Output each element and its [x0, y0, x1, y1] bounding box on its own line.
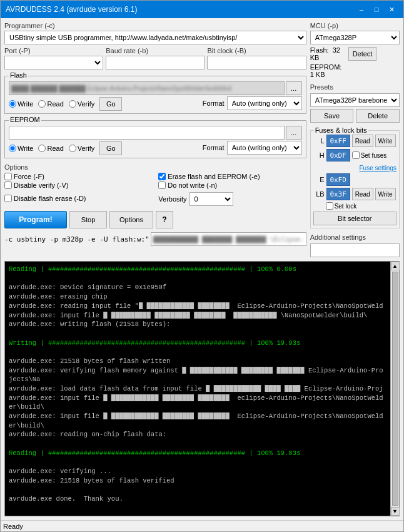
- title-bar: AVRDUDESS 2.4 (avrdude version 6.1) – □ …: [1, 1, 403, 18]
- cmd-input: ████████████ ████████ ████████ \Eclipse-: [151, 232, 306, 246]
- eeprom-format-label: Format: [203, 144, 225, 151]
- program-button[interactable]: Program!: [4, 211, 67, 228]
- flash-radio-row: Write Read Verify Go: [9, 97, 122, 111]
- set-lock-checkbox-label[interactable]: Set lock: [326, 202, 357, 210]
- cmd-row: -c usbtiny -p m328p -e -U flash:w:" ████…: [4, 232, 306, 246]
- eeprom-browse-button[interactable]: ...: [286, 126, 302, 140]
- disable-flash-erase-checkbox[interactable]: [4, 195, 12, 202]
- fuse-lb-write-button[interactable]: Write: [375, 188, 396, 200]
- detect-button[interactable]: Detect: [348, 47, 377, 61]
- presets-section: Presets ATmega328P barebones (16M Save D…: [310, 83, 400, 123]
- programmer-select[interactable]: USBtiny simple USB programmer, http://ww…: [4, 31, 306, 44]
- options-section: Options Force (-F) Erase flash and EEPRO…: [4, 163, 306, 206]
- verbosity-label: Verbosity: [158, 195, 186, 203]
- bit-selector-button[interactable]: Bit selector: [313, 212, 396, 225]
- bitclock-input[interactable]: [207, 56, 306, 69]
- disable-flash-erase-checkbox-label[interactable]: Disable flash erase (-D): [4, 190, 152, 206]
- main-window: AVRDUDESS 2.4 (avrdude version 6.1) – □ …: [0, 0, 404, 532]
- fuse-h-value: 0xDF: [326, 149, 350, 161]
- save-button[interactable]: Save: [310, 109, 354, 123]
- set-lock-row: Set lock: [326, 202, 396, 210]
- presets-select[interactable]: ATmega328P barebones (16M: [310, 93, 400, 107]
- mcu-eeprom-label: EEPROM: 1 KB: [310, 63, 345, 78]
- mcu-section: MCU (-p) ATmega328P Flash: 32 KB Detect …: [310, 22, 400, 78]
- force-checkbox[interactable]: [4, 173, 12, 180]
- help-button[interactable]: ?: [156, 211, 173, 228]
- fuse-h-key: H: [313, 151, 325, 159]
- delete-button[interactable]: Delete: [356, 109, 400, 123]
- eeprom-format-row: Format Auto (writing only): [203, 141, 302, 155]
- eeprom-label: EEPROM: [9, 116, 41, 123]
- mcu-select[interactable]: ATmega328P: [310, 31, 400, 44]
- fuses-title: Fuses & lock bits: [314, 126, 368, 134]
- eeprom-write-radio[interactable]: Write: [9, 145, 33, 152]
- disable-verify-checkbox-label[interactable]: Disable verify (-V): [4, 182, 152, 189]
- fuse-l-write-button[interactable]: Write: [375, 135, 396, 147]
- eeprom-format-select[interactable]: Auto (writing only): [227, 141, 302, 155]
- options-button[interactable]: Options: [109, 211, 153, 228]
- top-section: Programmer (-c) USBtiny simple USB progr…: [4, 22, 400, 257]
- flash-read-radio[interactable]: Read: [38, 100, 63, 108]
- do-not-write-checkbox[interactable]: [158, 182, 166, 189]
- fuse-l-key: L: [313, 137, 325, 145]
- fuse-lb-key: LB: [313, 190, 325, 198]
- mcu-flash-row: Flash: 32 KB Detect: [310, 46, 400, 61]
- port-select[interactable]: [4, 56, 103, 69]
- flash-format-label: Format: [203, 100, 225, 107]
- eeprom-go-button[interactable]: Go: [99, 141, 122, 155]
- fuse-l-row: L 0xFF Read Write: [313, 135, 396, 147]
- mcu-label: MCU (-p): [310, 22, 400, 29]
- programmer-row: USBtiny simple USB programmer, http://ww…: [4, 31, 306, 44]
- baud-input[interactable]: [106, 56, 205, 69]
- flash-file-row: ████ ██████ ██████ Eclipse-Arduino-Proje…: [9, 81, 302, 95]
- minimize-button[interactable]: –: [355, 4, 368, 15]
- scroll-down-button[interactable]: ▼: [391, 507, 400, 516]
- programmer-label: Programmer (-c): [4, 22, 306, 29]
- flash-label: Flash: [9, 71, 28, 79]
- terminal-scrollbar: ▲ ▼: [390, 262, 399, 516]
- fuse-e-key: E: [313, 176, 325, 183]
- bitclock-label: Bit clock (-B): [207, 47, 306, 54]
- scroll-up-button[interactable]: ▲: [391, 262, 400, 270]
- flash-file-display: ████ ██████ ██████ Eclipse-Arduino-Proje…: [9, 81, 285, 95]
- do-not-write-checkbox-label[interactable]: Do not write (-n): [158, 182, 306, 189]
- programmer-section: Programmer (-c) USBtiny simple USB progr…: [4, 22, 306, 44]
- presets-label: Presets: [310, 83, 400, 91]
- flash-go-button[interactable]: Go: [99, 97, 122, 111]
- flash-radio-format: Write Read Verify Go Format: [9, 95, 302, 111]
- fuse-lb-read-button[interactable]: Read: [352, 188, 373, 200]
- additional-input[interactable]: [310, 243, 400, 257]
- fuse-h-row: H 0xDF Set fuses: [313, 149, 396, 161]
- erase-flash-checkbox[interactable]: [158, 173, 166, 180]
- fuse-l-read-button[interactable]: Read: [352, 135, 373, 147]
- action-bar: Program! Stop Options ?: [4, 211, 306, 228]
- flash-write-radio[interactable]: Write: [9, 100, 33, 108]
- eeprom-read-radio[interactable]: Read: [38, 145, 63, 152]
- terminal[interactable]: avrdude.exe: AVR device initialized and …: [5, 262, 390, 516]
- mcu-flash-label: Flash: 32 KB: [310, 46, 345, 61]
- set-lock-checkbox[interactable]: [326, 202, 333, 210]
- eeprom-file-input[interactable]: [9, 126, 285, 140]
- verbosity-select[interactable]: 01234: [189, 192, 233, 206]
- eeprom-verify-radio[interactable]: Verify: [69, 145, 95, 152]
- force-checkbox-label[interactable]: Force (-F): [4, 173, 152, 180]
- maximize-button[interactable]: □: [370, 4, 383, 15]
- erase-flash-checkbox-label[interactable]: Erase flash and EEPROM (-e): [158, 173, 306, 180]
- port-baud-row: Port (-P) Baud rate (-b) Bit clock (-B): [4, 47, 306, 69]
- flash-verify-radio[interactable]: Verify: [69, 100, 95, 108]
- set-fuses-checkbox[interactable]: [352, 151, 360, 159]
- set-fuses-checkbox-label[interactable]: Set fuses: [352, 151, 387, 159]
- fuse-settings-link[interactable]: Fuse settings: [360, 165, 396, 171]
- eeprom-file-row: ...: [9, 126, 302, 140]
- mcu-eeprom-row: EEPROM: 1 KB: [310, 63, 400, 78]
- flash-browse-button[interactable]: ...: [286, 81, 302, 95]
- stop-button[interactable]: Stop: [69, 211, 107, 228]
- eeprom-radio-format: Write Read Verify Go Format: [9, 140, 302, 155]
- scroll-thumb[interactable]: [392, 272, 398, 506]
- close-button[interactable]: ✕: [385, 4, 398, 15]
- fuse-e-row: E 0xFD: [313, 173, 396, 186]
- additional-section: Additional settings: [310, 233, 400, 257]
- disable-verify-checkbox[interactable]: [4, 182, 12, 189]
- flash-format-select[interactable]: Auto (writing only): [227, 96, 302, 110]
- cmd-prefix: -c usbtiny -p m328p -e -U flash:w:": [4, 235, 149, 243]
